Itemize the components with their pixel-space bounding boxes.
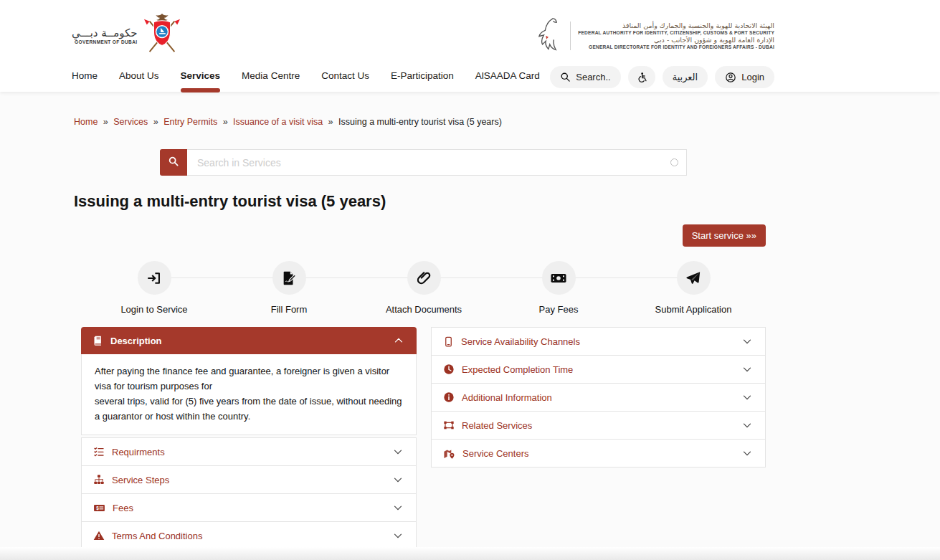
start-service-button[interactable]: Start service »» xyxy=(683,224,766,247)
main-nav: Home About Us Services Media Centre Cont… xyxy=(72,66,774,88)
accessibility-button[interactable] xyxy=(628,66,655,88)
sitemap-icon xyxy=(93,474,105,485)
chevron-down-icon xyxy=(391,473,404,486)
accordion-expected-completion-time[interactable]: Expected Completion Time xyxy=(431,355,766,384)
breadcrumb-home[interactable]: Home xyxy=(74,117,98,127)
language-toggle-button[interactable]: العربية xyxy=(663,66,708,88)
services-search-input[interactable] xyxy=(187,149,687,176)
search-status-icon xyxy=(670,158,678,166)
description-title: Description xyxy=(110,336,162,346)
left-accordion: Description After paying the finance fee… xyxy=(81,327,417,550)
accordion-additional-information[interactable]: Additional Information xyxy=(431,383,766,412)
services-search-submit-button[interactable] xyxy=(160,149,187,176)
accordion-related-services[interactable]: Related Services xyxy=(431,411,766,440)
step-pay-fees: Pay Fees xyxy=(512,261,605,315)
service-steps-tracker: Login to Service Fill Form xyxy=(108,261,740,315)
step-submit-application: Submit Application xyxy=(647,261,740,315)
chevron-down-icon xyxy=(741,447,754,460)
mobile-icon xyxy=(443,336,454,347)
chevron-down-icon xyxy=(391,501,404,514)
accordion-requirments[interactable]: Requirments xyxy=(81,437,417,466)
breadcrumb-services[interactable]: Services xyxy=(113,117,148,127)
money-check-icon: $ xyxy=(93,502,105,514)
government-of-dubai-logo[interactable]: حكومــة دبـــي GOVERNMENT OF DUBAI xyxy=(72,13,181,59)
step-attach-documents: Attach Documents xyxy=(377,261,470,315)
breadcrumb: Home » Services » Entry Permits » Issuan… xyxy=(74,117,766,127)
nav-home[interactable]: Home xyxy=(72,70,98,84)
object-group-icon xyxy=(443,419,455,431)
description-body: After paying the finance fee and guarant… xyxy=(81,354,417,435)
falcon-icon xyxy=(533,16,563,56)
language-label: العربية xyxy=(673,72,698,82)
paperclip-icon xyxy=(407,261,441,295)
nav-contact-us[interactable]: Contact Us xyxy=(321,70,369,84)
nav-about-us[interactable]: About Us xyxy=(119,70,159,84)
warning-triangle-icon xyxy=(93,530,105,541)
user-icon xyxy=(725,72,736,83)
book-icon xyxy=(92,336,103,346)
chevron-down-icon xyxy=(391,529,404,542)
nav-e-participation[interactable]: E-Participation xyxy=(391,70,454,84)
accordion-service-availability-channels[interactable]: Service Availability Channels xyxy=(431,327,766,356)
dubai-crest-icon xyxy=(143,13,181,59)
money-bill-icon xyxy=(542,261,576,295)
accordion-terms-and-conditions[interactable]: Terms And Conditions xyxy=(81,521,417,550)
accessibility-icon xyxy=(636,72,647,83)
nav-media-centre[interactable]: Media Centre xyxy=(242,70,300,84)
chevron-down-icon xyxy=(741,391,754,404)
dubai-logo-english: GOVERNMENT OF DUBAI xyxy=(72,39,137,44)
chevron-up-icon xyxy=(392,334,405,347)
chevron-down-icon xyxy=(391,445,404,458)
login-button[interactable]: Login xyxy=(715,66,774,88)
sign-in-icon xyxy=(138,261,171,295)
right-accordion: Service Availability Channels Expected C… xyxy=(431,327,766,468)
page-bottom-gradient xyxy=(0,547,940,560)
map-location-icon xyxy=(443,447,455,460)
breadcrumb-current: Issuing a multi-entry tourist visa (5 ye… xyxy=(338,117,502,127)
list-check-icon xyxy=(93,446,105,457)
file-pen-icon xyxy=(272,261,306,295)
dubai-logo-arabic: حكومــة دبـــي xyxy=(72,27,137,39)
authority-line4-english: GENERAL DIRECTORATE FOR IDENTITY AND FOR… xyxy=(578,44,774,50)
page-title: Issuing a multi-entry tourist visa (5 ye… xyxy=(74,192,766,211)
nav-services[interactable]: Services xyxy=(181,70,221,84)
login-label: Login xyxy=(741,72,764,82)
search-icon xyxy=(168,156,179,169)
federal-authority-logo[interactable]: الهيئة الاتحادية للهوية والجنسية والجمار… xyxy=(533,16,774,56)
step-login-to-service: Login to Service xyxy=(108,261,201,315)
services-search-bar xyxy=(160,149,687,176)
nav-alsaada-card[interactable]: AlSAADA Card xyxy=(475,70,540,84)
step-fill-form: Fill Form xyxy=(242,261,336,315)
chevron-down-icon xyxy=(741,419,754,432)
authority-line1-arabic: الهيئة الاتحادية للهوية والجنسية والجمار… xyxy=(578,22,774,30)
accordion-service-steps[interactable]: Service Steps xyxy=(81,465,417,494)
authority-line3-arabic: الإدارة العامة للهوية و شؤون الأجانب - د… xyxy=(578,36,774,44)
svg-text:$: $ xyxy=(96,506,99,511)
paper-plane-icon xyxy=(677,261,711,295)
accordion-description-header[interactable]: Description xyxy=(81,327,417,354)
breadcrumb-entry-permits[interactable]: Entry Permits xyxy=(163,117,217,127)
accordion-service-centers[interactable]: Service Centers xyxy=(431,439,766,468)
search-icon xyxy=(560,72,571,82)
site-header: حكومــة دبـــي GOVERNMENT OF DUBAI xyxy=(0,0,940,92)
breadcrumb-issuance-visit-visa[interactable]: Issuance of a visit visa xyxy=(233,117,323,127)
authority-line2-english: FEDERAL AUTHORITY FOR IDENTITY, CITIZENS… xyxy=(578,30,774,36)
info-circle-icon xyxy=(443,391,455,403)
chevron-down-icon xyxy=(741,363,754,376)
chevron-down-icon xyxy=(741,335,754,348)
accordion-fees[interactable]: $ Fees xyxy=(81,493,417,522)
clock-icon xyxy=(443,364,455,375)
header-search-label: Search.. xyxy=(576,72,610,82)
header-search-button[interactable]: Search.. xyxy=(550,66,620,88)
